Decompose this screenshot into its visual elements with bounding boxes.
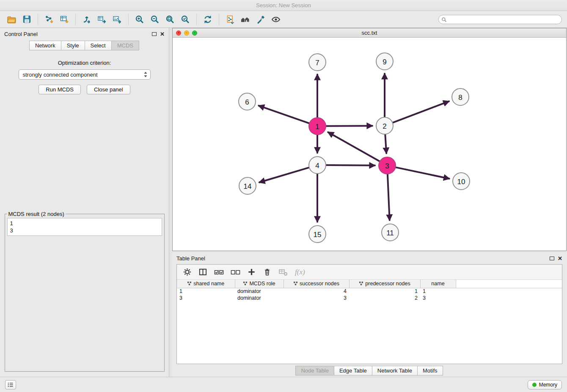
new-network-button[interactable]: [96, 13, 108, 26]
new-network-from-table-icon: [97, 14, 107, 25]
delete-table-button[interactable]: [278, 268, 288, 276]
zoom-fit-button[interactable]: [164, 13, 176, 26]
table-settings-button[interactable]: [183, 268, 192, 276]
copy-view-button[interactable]: [224, 13, 237, 26]
graph-node[interactable]: 7: [309, 54, 326, 71]
column-header-shared-name[interactable]: shared name: [177, 280, 235, 288]
graph-node[interactable]: 4: [309, 157, 326, 174]
import-network-button[interactable]: [43, 13, 55, 26]
graph-edge[interactable]: [393, 101, 449, 123]
memory-button[interactable]: Memory: [528, 380, 562, 389]
column-label: predecessor nodes: [365, 281, 410, 287]
table-row[interactable]: 3 dominator 3 2 3: [177, 295, 562, 301]
graph-node[interactable]: 1: [309, 118, 326, 135]
mcds-result-list[interactable]: 1 3: [7, 218, 162, 236]
cell-successor-nodes[interactable]: 3: [284, 295, 349, 301]
network-overview-button[interactable]: [239, 13, 252, 26]
main-toolbar: [0, 11, 567, 28]
cell-shared-name[interactable]: 3: [177, 295, 235, 301]
graph-node[interactable]: 9: [376, 53, 393, 70]
column-header-successor-nodes[interactable]: successor nodes: [284, 280, 349, 288]
graph-edge[interactable]: [326, 126, 372, 126]
column-header-mcds-role[interactable]: MCDS role: [235, 280, 284, 288]
graph-node[interactable]: 8: [452, 88, 469, 105]
zoom-selected-button[interactable]: [179, 13, 192, 26]
tab-network[interactable]: Network: [29, 41, 61, 50]
graph-node[interactable]: 2: [376, 117, 393, 134]
show-hide-button[interactable]: [270, 13, 282, 26]
run-mcds-button[interactable]: Run MCDS: [39, 85, 81, 94]
home-icon: [240, 14, 251, 25]
open-folder-icon: [6, 14, 17, 25]
tab-style[interactable]: Style: [61, 41, 85, 50]
graph-edge[interactable]: [385, 134, 386, 153]
cell-shared-name[interactable]: 1: [177, 288, 235, 295]
cell-mcds-role[interactable]: dominator: [235, 295, 284, 301]
tab-motifs[interactable]: Motifs: [417, 366, 443, 375]
import-table-button[interactable]: [58, 13, 71, 26]
network-tools-button[interactable]: [80, 13, 93, 26]
vertical-splitter[interactable]: [169, 28, 172, 377]
network-canvas[interactable]: 7968124314101511: [173, 38, 566, 251]
chevron-updown-icon: [143, 71, 148, 78]
panel-menu-button[interactable]: [5, 380, 16, 389]
export-image-button[interactable]: [111, 13, 124, 26]
table-toolbar: f(x): [177, 265, 562, 280]
graph-edge[interactable]: [326, 165, 375, 166]
column-header-predecessor-nodes[interactable]: predecessor nodes: [349, 280, 420, 288]
graph-node[interactable]: 10: [453, 173, 470, 190]
function-builder-button[interactable]: f(x): [295, 268, 305, 276]
column-label: MCDS role: [249, 281, 275, 287]
float-table-panel-icon[interactable]: [550, 257, 554, 260]
deselect-all-button[interactable]: [231, 268, 240, 276]
open-session-button[interactable]: [5, 13, 18, 26]
graph-node[interactable]: 11: [382, 224, 399, 241]
criterion-dropdown[interactable]: strongly connected component: [19, 69, 151, 80]
split-panel-button[interactable]: [198, 268, 207, 276]
cell-predecessor-nodes[interactable]: 1: [349, 288, 420, 295]
tab-network-table[interactable]: Network Table: [372, 366, 418, 375]
column-header-name[interactable]: name: [420, 280, 456, 288]
graph-node-label: 11: [386, 229, 394, 237]
graph-edge[interactable]: [259, 106, 309, 124]
close-panel-button[interactable]: Close panel: [87, 85, 130, 94]
graph-edge[interactable]: [388, 174, 390, 220]
tab-node-table[interactable]: Node Table: [295, 366, 334, 375]
cell-name[interactable]: 1: [420, 288, 456, 295]
zoom-out-button[interactable]: [149, 13, 161, 26]
cell-successor-nodes[interactable]: 4: [284, 288, 349, 295]
add-row-button[interactable]: [247, 268, 256, 276]
graph-node[interactable]: 6: [239, 93, 256, 110]
cell-predecessor-nodes[interactable]: 2: [349, 295, 420, 301]
cell-name[interactable]: 3: [420, 295, 456, 301]
window-close-icon[interactable]: ✕: [176, 30, 181, 36]
control-panel-header: Control Panel ✕: [0, 28, 169, 40]
delete-rows-button[interactable]: [263, 268, 272, 276]
zoom-in-button[interactable]: [133, 13, 146, 26]
tab-select[interactable]: Select: [85, 41, 112, 50]
graph-edge[interactable]: [396, 167, 449, 179]
close-panel-icon[interactable]: ✕: [160, 31, 165, 37]
cell-mcds-role[interactable]: dominator: [235, 288, 284, 295]
control-panel-tabs: Network Style Select MCDS: [0, 41, 169, 50]
table-row[interactable]: 1 dominator 4 1 1: [177, 288, 562, 295]
float-panel-icon[interactable]: [152, 32, 157, 36]
graph-edge[interactable]: [259, 168, 309, 182]
mcds-result-fieldset: MCDS result (2 nodes) 1 3: [5, 211, 165, 372]
save-session-button[interactable]: [20, 13, 33, 26]
table-panel: Table Panel ✕: [172, 252, 567, 377]
refresh-view-button[interactable]: [201, 13, 214, 26]
graph-node[interactable]: 15: [309, 226, 326, 243]
window-minimize-icon[interactable]: −: [184, 30, 189, 36]
close-table-panel-icon[interactable]: ✕: [558, 256, 562, 261]
tab-edge-table[interactable]: Edge Table: [334, 366, 372, 375]
graph-node[interactable]: 3: [379, 157, 396, 174]
apply-style-button[interactable]: [254, 13, 267, 26]
search-input[interactable]: [438, 15, 562, 24]
window-zoom-icon[interactable]: +: [192, 30, 197, 36]
select-all-button[interactable]: [214, 268, 224, 276]
tab-mcds[interactable]: MCDS: [111, 41, 139, 50]
graph-edge[interactable]: [328, 132, 380, 161]
graph-node[interactable]: 14: [239, 177, 256, 194]
function-builder-icon: f(x): [295, 268, 305, 276]
